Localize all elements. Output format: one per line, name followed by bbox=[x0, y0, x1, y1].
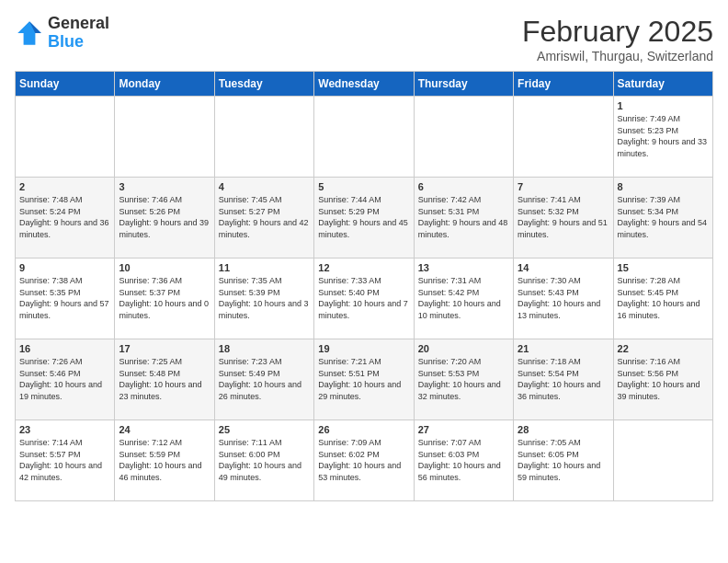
day-cell: 7Sunrise: 7:41 AM Sunset: 5:32 PM Daylig… bbox=[514, 178, 613, 259]
day-number: 6 bbox=[418, 181, 509, 192]
day-cell: 15Sunrise: 7:28 AM Sunset: 5:45 PM Dayli… bbox=[613, 259, 712, 339]
day-number: 22 bbox=[618, 343, 709, 354]
day-info: Sunrise: 7:20 AM Sunset: 5:53 PM Dayligh… bbox=[418, 356, 509, 402]
day-cell: 14Sunrise: 7:30 AM Sunset: 5:43 PM Dayli… bbox=[514, 259, 613, 339]
calendar-header-row: SundayMondayTuesdayWednesdayThursdayFrid… bbox=[16, 72, 713, 97]
day-cell bbox=[414, 97, 513, 178]
col-header-monday: Monday bbox=[115, 72, 214, 97]
calendar-table: SundayMondayTuesdayWednesdayThursdayFrid… bbox=[15, 71, 713, 501]
day-number: 21 bbox=[518, 343, 609, 354]
calendar-body: 1Sunrise: 7:49 AM Sunset: 5:23 PM Daylig… bbox=[16, 97, 713, 501]
day-cell: 18Sunrise: 7:23 AM Sunset: 5:49 PM Dayli… bbox=[214, 339, 313, 420]
day-cell: 28Sunrise: 7:05 AM Sunset: 6:05 PM Dayli… bbox=[514, 420, 613, 501]
day-info: Sunrise: 7:33 AM Sunset: 5:40 PM Dayligh… bbox=[318, 275, 409, 321]
title-block: February 2025 Amriswil, Thurgau, Switzer… bbox=[522, 15, 713, 63]
day-cell: 9Sunrise: 7:38 AM Sunset: 5:35 PM Daylig… bbox=[16, 259, 115, 339]
day-info: Sunrise: 7:48 AM Sunset: 5:24 PM Dayligh… bbox=[19, 194, 110, 240]
day-cell: 17Sunrise: 7:25 AM Sunset: 5:48 PM Dayli… bbox=[115, 339, 214, 420]
day-info: Sunrise: 7:25 AM Sunset: 5:48 PM Dayligh… bbox=[119, 356, 210, 402]
week-row-3: 9Sunrise: 7:38 AM Sunset: 5:35 PM Daylig… bbox=[16, 259, 713, 339]
day-number: 9 bbox=[19, 262, 110, 273]
logo-general-text: General bbox=[48, 14, 109, 32]
day-number: 24 bbox=[119, 424, 210, 435]
day-cell: 13Sunrise: 7:31 AM Sunset: 5:42 PM Dayli… bbox=[414, 259, 513, 339]
day-number: 17 bbox=[119, 343, 210, 354]
day-info: Sunrise: 7:42 AM Sunset: 5:31 PM Dayligh… bbox=[418, 194, 509, 240]
day-info: Sunrise: 7:35 AM Sunset: 5:39 PM Dayligh… bbox=[219, 275, 310, 321]
page-header: General Blue February 2025 Amriswil, Thu… bbox=[15, 15, 713, 63]
day-number: 26 bbox=[318, 424, 409, 435]
day-number: 10 bbox=[119, 262, 210, 273]
day-info: Sunrise: 7:11 AM Sunset: 6:00 PM Dayligh… bbox=[219, 437, 310, 483]
col-header-sunday: Sunday bbox=[16, 72, 115, 97]
logo-icon bbox=[15, 18, 44, 48]
day-number: 15 bbox=[618, 262, 709, 273]
col-header-thursday: Thursday bbox=[414, 72, 513, 97]
day-number: 28 bbox=[518, 424, 609, 435]
day-cell: 2Sunrise: 7:48 AM Sunset: 5:24 PM Daylig… bbox=[16, 178, 115, 259]
day-info: Sunrise: 7:41 AM Sunset: 5:32 PM Dayligh… bbox=[518, 194, 609, 240]
day-number: 7 bbox=[518, 181, 609, 192]
day-info: Sunrise: 7:28 AM Sunset: 5:45 PM Dayligh… bbox=[618, 275, 709, 321]
month-title: February 2025 bbox=[522, 15, 713, 49]
day-info: Sunrise: 7:09 AM Sunset: 6:02 PM Dayligh… bbox=[318, 437, 409, 483]
day-number: 25 bbox=[219, 424, 310, 435]
day-info: Sunrise: 7:23 AM Sunset: 5:49 PM Dayligh… bbox=[219, 356, 310, 402]
day-cell: 11Sunrise: 7:35 AM Sunset: 5:39 PM Dayli… bbox=[214, 259, 313, 339]
day-number: 14 bbox=[518, 262, 609, 273]
logo-blue-text: Blue bbox=[48, 32, 84, 51]
day-cell bbox=[16, 97, 115, 178]
day-number: 5 bbox=[318, 181, 409, 192]
week-row-4: 16Sunrise: 7:26 AM Sunset: 5:46 PM Dayli… bbox=[16, 339, 713, 420]
day-number: 20 bbox=[418, 343, 509, 354]
day-cell: 22Sunrise: 7:16 AM Sunset: 5:56 PM Dayli… bbox=[613, 339, 712, 420]
day-number: 2 bbox=[19, 181, 110, 192]
day-cell: 21Sunrise: 7:18 AM Sunset: 5:54 PM Dayli… bbox=[514, 339, 613, 420]
day-number: 27 bbox=[418, 424, 509, 435]
day-cell bbox=[514, 97, 613, 178]
day-cell: 20Sunrise: 7:20 AM Sunset: 5:53 PM Dayli… bbox=[414, 339, 513, 420]
day-info: Sunrise: 7:36 AM Sunset: 5:37 PM Dayligh… bbox=[119, 275, 210, 321]
col-header-saturday: Saturday bbox=[613, 72, 712, 97]
week-row-2: 2Sunrise: 7:48 AM Sunset: 5:24 PM Daylig… bbox=[16, 178, 713, 259]
day-cell: 23Sunrise: 7:14 AM Sunset: 5:57 PM Dayli… bbox=[16, 420, 115, 501]
day-number: 8 bbox=[618, 181, 709, 192]
day-number: 3 bbox=[119, 181, 210, 192]
day-cell: 6Sunrise: 7:42 AM Sunset: 5:31 PM Daylig… bbox=[414, 178, 513, 259]
day-cell: 10Sunrise: 7:36 AM Sunset: 5:37 PM Dayli… bbox=[115, 259, 214, 339]
col-header-friday: Friday bbox=[514, 72, 613, 97]
day-cell: 5Sunrise: 7:44 AM Sunset: 5:29 PM Daylig… bbox=[314, 178, 414, 259]
day-info: Sunrise: 7:45 AM Sunset: 5:27 PM Dayligh… bbox=[219, 194, 310, 240]
day-cell: 3Sunrise: 7:46 AM Sunset: 5:26 PM Daylig… bbox=[115, 178, 214, 259]
logo: General Blue bbox=[15, 15, 109, 52]
day-info: Sunrise: 7:31 AM Sunset: 5:42 PM Dayligh… bbox=[418, 275, 509, 321]
day-number: 4 bbox=[219, 181, 310, 192]
day-number: 12 bbox=[318, 262, 409, 273]
day-cell: 24Sunrise: 7:12 AM Sunset: 5:59 PM Dayli… bbox=[115, 420, 214, 501]
day-cell bbox=[115, 97, 214, 178]
day-info: Sunrise: 7:46 AM Sunset: 5:26 PM Dayligh… bbox=[119, 194, 210, 240]
day-cell: 27Sunrise: 7:07 AM Sunset: 6:03 PM Dayli… bbox=[414, 420, 513, 501]
day-info: Sunrise: 7:21 AM Sunset: 5:51 PM Dayligh… bbox=[318, 356, 409, 402]
day-info: Sunrise: 7:16 AM Sunset: 5:56 PM Dayligh… bbox=[618, 356, 709, 402]
day-info: Sunrise: 7:39 AM Sunset: 5:34 PM Dayligh… bbox=[618, 194, 709, 240]
day-info: Sunrise: 7:14 AM Sunset: 5:57 PM Dayligh… bbox=[19, 437, 110, 483]
day-number: 19 bbox=[318, 343, 409, 354]
week-row-1: 1Sunrise: 7:49 AM Sunset: 5:23 PM Daylig… bbox=[16, 97, 713, 178]
day-cell bbox=[214, 97, 313, 178]
day-cell: 25Sunrise: 7:11 AM Sunset: 6:00 PM Dayli… bbox=[214, 420, 313, 501]
day-cell: 26Sunrise: 7:09 AM Sunset: 6:02 PM Dayli… bbox=[314, 420, 414, 501]
day-info: Sunrise: 7:05 AM Sunset: 6:05 PM Dayligh… bbox=[518, 437, 609, 483]
day-cell: 19Sunrise: 7:21 AM Sunset: 5:51 PM Dayli… bbox=[314, 339, 414, 420]
day-number: 16 bbox=[19, 343, 110, 354]
col-header-wednesday: Wednesday bbox=[314, 72, 414, 97]
day-number: 13 bbox=[418, 262, 509, 273]
day-info: Sunrise: 7:26 AM Sunset: 5:46 PM Dayligh… bbox=[19, 356, 110, 402]
col-header-tuesday: Tuesday bbox=[214, 72, 313, 97]
day-cell: 8Sunrise: 7:39 AM Sunset: 5:34 PM Daylig… bbox=[613, 178, 712, 259]
location-title: Amriswil, Thurgau, Switzerland bbox=[522, 49, 713, 63]
week-row-5: 23Sunrise: 7:14 AM Sunset: 5:57 PM Dayli… bbox=[16, 420, 713, 501]
day-info: Sunrise: 7:38 AM Sunset: 5:35 PM Dayligh… bbox=[19, 275, 110, 321]
day-cell bbox=[314, 97, 414, 178]
day-number: 18 bbox=[219, 343, 310, 354]
